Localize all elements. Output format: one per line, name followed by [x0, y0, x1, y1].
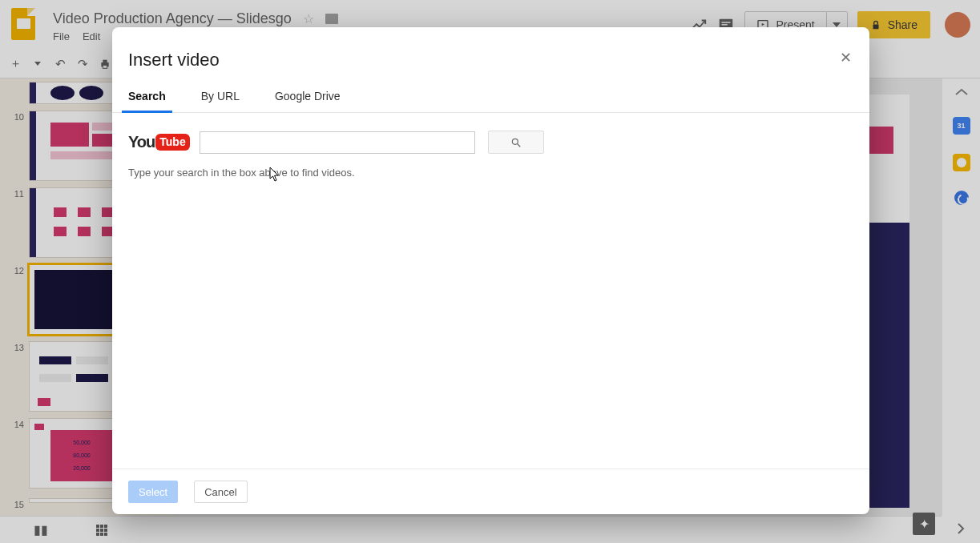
tab-google-drive[interactable]: Google Drive — [275, 90, 341, 112]
svg-rect-9 — [100, 525, 103, 528]
svg-rect-4 — [873, 24, 878, 29]
select-button[interactable]: Select — [128, 481, 178, 503]
svg-rect-15 — [100, 533, 103, 536]
search-button[interactable] — [488, 131, 544, 154]
search-hint: Type your search in the box above to fin… — [112, 154, 869, 179]
thumb-number: 13 — [6, 341, 24, 412]
svg-rect-6 — [103, 59, 107, 62]
svg-line-18 — [517, 143, 520, 147]
print-icon[interactable] — [98, 57, 112, 71]
explore-button[interactable]: ✦ — [913, 513, 935, 535]
svg-rect-10 — [104, 525, 107, 528]
new-slide-icon[interactable]: ＋ — [8, 57, 22, 71]
folder-icon[interactable] — [325, 14, 338, 24]
insert-video-dialog: Insert video ✕ Search By URL Google Driv… — [112, 27, 869, 514]
account-avatar[interactable] — [945, 12, 970, 38]
youtube-logo-you: You — [128, 133, 155, 151]
tasks-icon[interactable] — [954, 191, 969, 205]
keep-icon[interactable] — [953, 154, 970, 171]
thumb-number: 10 — [6, 111, 24, 181]
undo-icon[interactable]: ↶ — [53, 57, 67, 71]
grid-view-icon[interactable] — [96, 525, 107, 536]
thumb-number: 11 — [6, 187, 24, 258]
tab-by-url[interactable]: By URL — [201, 90, 240, 112]
svg-rect-2 — [722, 24, 728, 25]
svg-rect-16 — [104, 533, 107, 536]
filmstrip-view-icon[interactable]: ▮▮ — [34, 522, 48, 537]
youtube-logo-tube: Tube — [155, 134, 189, 151]
youtube-logo: You Tube — [128, 133, 190, 151]
search-icon — [510, 137, 522, 148]
thumb-number: 14 — [6, 418, 24, 489]
svg-rect-1 — [722, 22, 731, 22]
dialog-tabs: Search By URL Google Drive — [112, 70, 869, 113]
close-icon[interactable]: ✕ — [837, 50, 853, 66]
svg-rect-14 — [96, 533, 99, 536]
svg-point-17 — [512, 139, 518, 144]
thumb-number: 12 — [6, 264, 24, 335]
svg-rect-11 — [96, 529, 99, 532]
svg-rect-7 — [103, 65, 107, 68]
tab-search[interactable]: Search — [128, 90, 166, 112]
side-panel-chevron-icon[interactable] — [953, 521, 969, 537]
video-search-input[interactable] — [200, 131, 475, 154]
collapse-icon[interactable] — [954, 88, 969, 98]
right-sidebar — [942, 78, 980, 516]
thumb-number — [6, 82, 24, 104]
app-logo-slides — [11, 8, 43, 40]
share-label: Share — [888, 18, 917, 31]
thumb-number: 15 — [6, 498, 24, 509]
new-slide-dropdown-icon[interactable] — [30, 57, 45, 71]
redo-icon[interactable]: ↷ — [75, 57, 90, 71]
footer-bar: ▮▮ — [0, 516, 942, 543]
menu-edit[interactable]: Edit — [83, 30, 100, 42]
star-icon[interactable]: ☆ — [303, 11, 314, 26]
svg-rect-8 — [96, 525, 99, 528]
cancel-button[interactable]: Cancel — [194, 481, 247, 503]
dialog-title: Insert video — [112, 27, 869, 70]
svg-rect-12 — [100, 529, 103, 532]
menu-file[interactable]: File — [53, 30, 70, 42]
doc-title[interactable]: Video Production Agency — Slidesgo — [53, 10, 292, 27]
calendar-icon[interactable] — [953, 117, 970, 135]
svg-rect-13 — [104, 529, 107, 532]
